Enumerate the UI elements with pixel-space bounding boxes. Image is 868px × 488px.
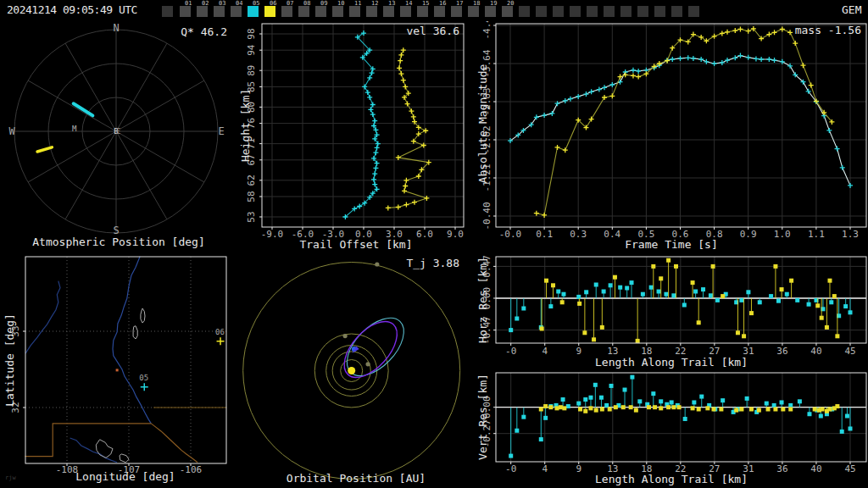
- planet-venus: [365, 362, 370, 366]
- camera-box-08[interactable]: [298, 6, 309, 17]
- mass-annotation: mass -1.56: [729, 25, 861, 36]
- orbital-position-plot: [237, 254, 475, 488]
- svg-text:E: E: [218, 125, 224, 137]
- camera-box-19[interactable]: [485, 6, 496, 17]
- terrain-outline-c: [96, 440, 113, 458]
- ground-map-plot: 0506-108-107-1063332: [0, 254, 237, 488]
- terrain-outline-a: [141, 308, 145, 323]
- camera-box-blank: [671, 6, 682, 17]
- frame: -108-107-1063332: [10, 257, 226, 475]
- camera-box-02[interactable]: [197, 6, 208, 17]
- station-marker-05: 05: [139, 374, 148, 391]
- sun: [348, 367, 355, 374]
- atmospheric-position-plot: NSWEMBE: [0, 21, 237, 254]
- ground-track-point: [116, 369, 119, 371]
- horz-res-axis-label: Horz Res [km]: [477, 257, 489, 343]
- camera-box-blank: [570, 6, 581, 17]
- camera-box-20[interactable]: [502, 6, 513, 17]
- axes: [262, 24, 464, 227]
- camera-num-02: 02: [202, 0, 209, 7]
- camera-box-01[interactable]: [180, 6, 191, 17]
- terrain-outline-b: [133, 326, 137, 339]
- frame-time-axis-label: Frame Time [s]: [475, 239, 868, 251]
- camera-box-blank: [587, 6, 598, 17]
- y-tick-label: 89: [246, 65, 257, 76]
- camera-box-11[interactable]: [349, 6, 360, 17]
- x-tick-label: 45: [844, 346, 855, 357]
- camera-box-16[interactable]: [434, 6, 445, 17]
- station-marker-06: 06: [215, 328, 225, 346]
- camera-box-09[interactable]: [315, 6, 326, 17]
- magnitude-axis-label: Absolute Magnitude: [477, 64, 489, 184]
- orbital-title: Orbital Position [AU]: [237, 473, 475, 485]
- camera-box-blank: [604, 6, 615, 17]
- camera-box-blank: [162, 6, 173, 17]
- camera-num-07: 07: [287, 0, 293, 7]
- axes: [496, 24, 866, 227]
- camera-box-12[interactable]: [366, 6, 377, 17]
- height-axis-label: Height [km]: [240, 89, 252, 162]
- x-tick-label: 40: [810, 346, 821, 357]
- camera-box-07[interactable]: [281, 6, 292, 17]
- y-tick-label: 98: [246, 28, 257, 39]
- camera-box-04[interactable]: [231, 6, 242, 17]
- camera-box-15[interactable]: [417, 6, 428, 17]
- camera-num-20: 20: [507, 0, 514, 7]
- camera-num-08: 08: [303, 0, 310, 7]
- terrain-outline-d: [120, 454, 129, 463]
- meteor-analysis-screen: 20241214 09:05:49 UTC 010203040506070809…: [0, 0, 868, 488]
- x-tick-label: 9: [576, 346, 581, 357]
- map-features: [25, 257, 226, 463]
- trail-offset-axis-label: Trail Offset [km]: [237, 239, 475, 251]
- camera-box-10[interactable]: [332, 6, 343, 17]
- x-tick-label: 4: [542, 346, 548, 357]
- frame: -04913182227313640450.00-0.27: [481, 373, 866, 474]
- camera-box-03[interactable]: [214, 6, 225, 17]
- camera-box-18[interactable]: [468, 6, 479, 17]
- camera-num-03: 03: [219, 0, 225, 7]
- camera-box-blank: [654, 6, 665, 17]
- camera-num-16: 16: [439, 0, 446, 7]
- length-along-trail-axis-label-2: Length Along Trail [km]: [475, 474, 868, 485]
- y-tick-label: 53: [246, 211, 257, 222]
- horz-residuals-plot: -04913182227313640450.470.00-0.47: [475, 254, 868, 364]
- camera-box-blank: [620, 6, 632, 17]
- rio-grande: [113, 257, 151, 424]
- camera-num-11: 11: [354, 0, 361, 7]
- camera-box-06[interactable]: [264, 6, 275, 17]
- camera-box-05[interactable]: [248, 6, 259, 17]
- meteor-orbit-solution-main: [335, 313, 407, 387]
- camera-num-09: 09: [320, 0, 327, 7]
- longitude-axis-label: Longitude [deg]: [0, 471, 251, 483]
- y-tick-label: -4.45: [481, 21, 492, 40]
- atmospheric-title: Atmospheric Position [deg]: [0, 236, 237, 248]
- velocity-annotation: vel 36.6: [339, 25, 459, 37]
- camera-num-13: 13: [388, 0, 395, 7]
- camera-num-14: 14: [405, 0, 412, 7]
- y-tick-label: 62: [246, 175, 257, 186]
- camera-box-17[interactable]: [451, 6, 462, 17]
- q-annotation: Q* 46.2: [110, 26, 227, 38]
- camera-box-blank: [637, 6, 648, 17]
- camera-num-17: 17: [456, 0, 463, 7]
- river-south: [70, 438, 118, 463]
- camera-num-04: 04: [236, 0, 242, 7]
- river-west: [25, 281, 60, 354]
- planet-mars: [343, 334, 348, 338]
- tisserand-annotation: T_j 3.88: [339, 258, 459, 269]
- svg-text:05: 05: [139, 374, 148, 382]
- svg-text:W: W: [8, 125, 15, 137]
- y-tick-label: 58: [246, 191, 257, 202]
- vert-residuals-plot: -04913182227313640450.00-0.27: [475, 364, 868, 488]
- camera-num-06: 06: [270, 0, 276, 7]
- camera-box-13[interactable]: [383, 6, 394, 17]
- shower-label: GEM: [842, 4, 861, 16]
- camera-strip: 0102030405060708091011121314151617181920: [0, 0, 868, 21]
- x-tick-label: -0: [505, 346, 516, 357]
- camera-box-14[interactable]: [400, 6, 411, 17]
- camera-num-19: 19: [490, 0, 497, 7]
- camera-box-blank: [688, 6, 699, 17]
- x-tick-label: 36: [776, 346, 787, 357]
- camera-num-05: 05: [253, 0, 259, 7]
- camera-num-15: 15: [422, 0, 429, 7]
